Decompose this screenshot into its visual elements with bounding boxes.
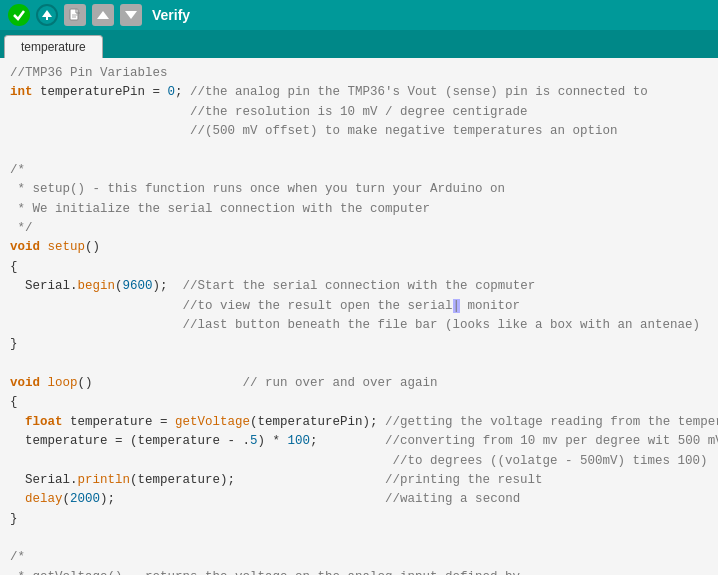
open-icon[interactable] <box>92 4 114 26</box>
tab-temperature[interactable]: temperature <box>4 35 103 58</box>
svg-rect-1 <box>46 17 48 20</box>
svg-marker-5 <box>97 11 109 19</box>
verify-label: Verify <box>152 7 190 23</box>
toolbar: Verify <box>0 0 718 30</box>
svg-marker-6 <box>125 11 137 19</box>
code-editor[interactable]: //TMP36 Pin Variables int temperaturePin… <box>0 58 718 575</box>
save-icon[interactable] <box>120 4 142 26</box>
new-file-icon[interactable] <box>64 4 86 26</box>
svg-marker-0 <box>42 10 52 17</box>
upload-icon[interactable] <box>36 4 58 26</box>
checkmark-icon[interactable] <box>8 4 30 26</box>
tabbar: temperature <box>0 30 718 58</box>
